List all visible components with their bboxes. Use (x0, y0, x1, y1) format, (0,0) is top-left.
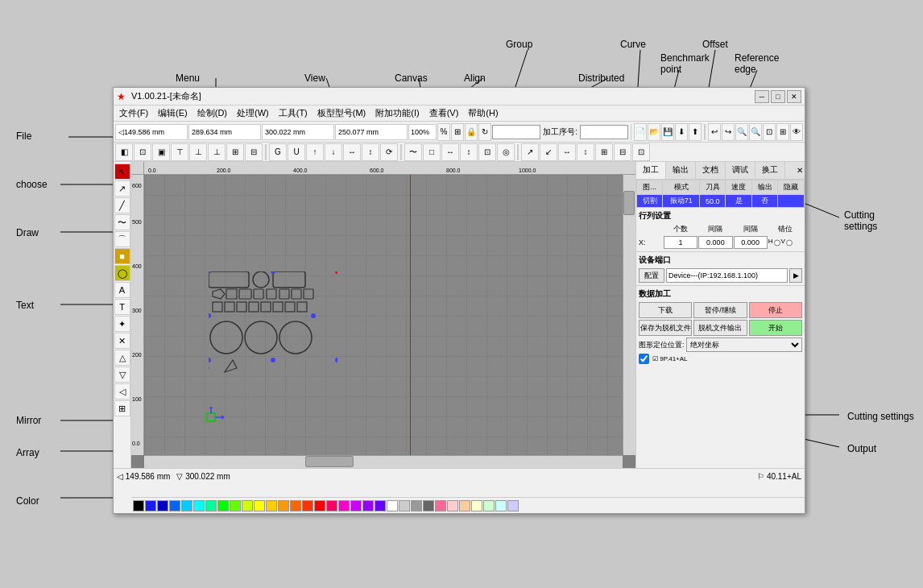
save-btn[interactable]: 💾 (661, 123, 674, 141)
color-pink2[interactable] (338, 500, 350, 511)
color-yellow2[interactable] (254, 500, 265, 511)
tool-text[interactable]: A (114, 282, 130, 298)
color-peach[interactable] (459, 500, 470, 511)
tab-document[interactable]: 文档 (696, 162, 726, 179)
gap1-x-input[interactable] (698, 236, 732, 249)
bench3-btn[interactable]: ⊡ (478, 143, 496, 161)
color-blue1[interactable] (145, 500, 156, 511)
count-x-input[interactable] (664, 236, 697, 249)
tool-mirror-v[interactable]: ▽ (114, 366, 130, 383)
h-radio[interactable] (774, 238, 780, 248)
tool-select-node[interactable]: ↗ (114, 180, 130, 197)
stop-btn[interactable]: 停止 (749, 302, 802, 318)
menu-model[interactable]: 板型型号(M) (313, 106, 370, 120)
menu-process[interactable]: 处理(W) (233, 106, 273, 120)
offset1-btn[interactable]: ◎ (497, 143, 515, 161)
color-gray3[interactable] (423, 500, 434, 511)
color-lightyellow[interactable] (471, 500, 482, 511)
color-gray1[interactable] (399, 500, 410, 511)
canvas-scrollbar-h[interactable] (144, 455, 623, 468)
color-yellow1[interactable] (242, 500, 253, 511)
tool-star[interactable]: ✦ (114, 316, 130, 332)
color-orange3[interactable] (290, 500, 301, 511)
color-white[interactable] (387, 500, 398, 511)
menu-edit[interactable]: 编辑(E) (154, 106, 192, 120)
menu-tools[interactable]: 工具(T) (275, 106, 312, 120)
color-pink4[interactable] (447, 500, 458, 511)
lock-btn[interactable]: 🔒 (465, 123, 478, 141)
tool-line[interactable]: ╱ (114, 197, 130, 213)
flipv-btn[interactable]: ↕ (362, 143, 379, 161)
percent-btn[interactable]: % (437, 123, 450, 141)
zoom-out-btn[interactable]: 🔍 (749, 123, 762, 141)
menu-file[interactable]: 文件(F) (115, 106, 152, 120)
device-ip-input[interactable] (666, 268, 788, 283)
ref1-btn[interactable]: ↗ (521, 143, 539, 161)
align-bottom-btn[interactable]: ⊥ (208, 143, 226, 161)
tool-mirror-d[interactable]: ◁ (114, 383, 130, 400)
curve1-btn[interactable]: 〜 (404, 143, 422, 161)
color-pink3[interactable] (435, 500, 446, 511)
tool-measure[interactable]: ✕ (114, 333, 130, 349)
tool-polyline[interactable]: ⌒ (114, 231, 130, 247)
close-button[interactable]: ✕ (787, 90, 801, 103)
ref4-btn[interactable]: ↕ (577, 143, 594, 161)
ref6-btn[interactable]: ⊟ (614, 143, 631, 161)
save-offline-btn[interactable]: 保存为脱机文件 (639, 320, 692, 336)
position-select[interactable]: 绝对坐标 (686, 337, 802, 352)
color-black[interactable] (133, 500, 144, 511)
back-btn[interactable]: ↓ (325, 143, 342, 161)
import-btn[interactable]: ⬇ (675, 123, 688, 141)
bench1-btn[interactable]: ↔ (441, 143, 459, 161)
abs-checkbox[interactable] (639, 354, 649, 364)
color-red2[interactable] (314, 500, 325, 511)
maximize-button[interactable]: □ (771, 90, 785, 103)
align-center-btn[interactable]: ⊡ (134, 143, 151, 161)
fliph-btn[interactable]: ↔ (343, 143, 361, 161)
gap2-x-input[interactable] (734, 236, 768, 249)
color-cyan2[interactable] (193, 500, 205, 511)
tab-machining[interactable]: 加工 (636, 162, 666, 179)
hdist-btn[interactable]: ⊞ (226, 143, 244, 161)
menu-addons[interactable]: 附加功能(I) (371, 106, 423, 120)
ref7-btn[interactable]: ⊡ (632, 143, 650, 161)
minimize-button[interactable]: ─ (755, 90, 769, 103)
hscroll-thumb[interactable] (305, 456, 354, 467)
export-btn[interactable]: ⬆ (689, 123, 702, 141)
rotate90-btn[interactable]: ⟳ (380, 143, 398, 161)
color-purple2[interactable] (362, 500, 374, 511)
new-btn[interactable]: 📄 (634, 123, 647, 141)
tool-select-arrow[interactable]: ↖ (114, 164, 130, 180)
ref2-btn[interactable]: ↙ (540, 143, 557, 161)
cutting-row-1[interactable]: 切割 振动71 50.0 是 否 (637, 195, 805, 208)
align-vmid-btn[interactable]: ⊥ (189, 143, 207, 161)
color-purple1[interactable] (350, 500, 362, 511)
rotate-btn[interactable]: ↻ (478, 123, 491, 141)
tab-debug[interactable]: 调试 (726, 162, 755, 179)
front-btn[interactable]: ↑ (306, 143, 324, 161)
download-btn[interactable]: 下载 (639, 302, 692, 318)
tool-mirror-h[interactable]: △ (114, 350, 130, 366)
align-right-btn[interactable]: ▣ (152, 143, 170, 161)
offline-output-btn[interactable]: 脱机文件输出 (693, 320, 747, 336)
vdist-btn[interactable]: ⊟ (245, 143, 263, 161)
color-gray2[interactable] (411, 500, 422, 511)
tool-ellipse[interactable]: ◯ (114, 265, 130, 281)
seq-input[interactable] (580, 125, 628, 139)
start-btn[interactable]: 开始 (749, 320, 802, 336)
v-radio[interactable] (786, 238, 793, 248)
pause-btn[interactable]: 暂停/继续 (693, 302, 747, 318)
ref5-btn[interactable]: ⊞ (595, 143, 613, 161)
ungroup-btn[interactable]: U (288, 143, 305, 161)
tool-text2[interactable]: T (114, 299, 130, 315)
color-orange1[interactable] (266, 500, 277, 511)
canvas-scrollbar-v[interactable] (623, 175, 635, 455)
color-green3[interactable] (230, 500, 241, 511)
tool-rect[interactable]: ■ (114, 248, 130, 264)
color-blue2[interactable] (157, 500, 168, 511)
view-btn[interactable]: 👁 (790, 123, 803, 141)
fit-btn[interactable]: ⊡ (763, 123, 776, 141)
color-green1[interactable] (205, 500, 217, 511)
redo-btn[interactable]: ↪ (722, 123, 735, 141)
angle-input[interactable] (492, 125, 540, 139)
